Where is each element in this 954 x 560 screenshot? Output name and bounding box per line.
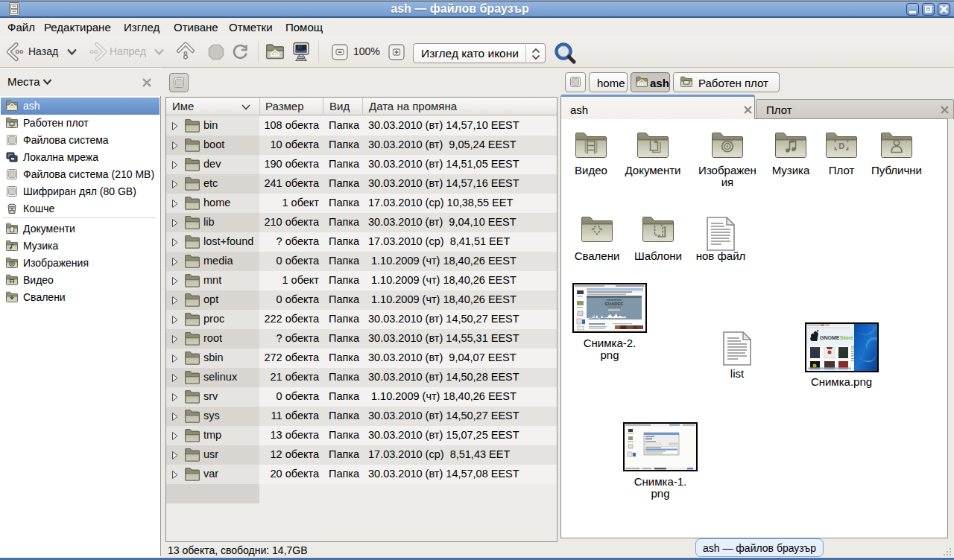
svg-text:GUADEC: GUADEC [604,302,624,306]
svg-text:Store: Store [840,335,853,340]
svg-text:D: D [838,141,844,150]
svg-text:GNOME: GNOME [820,335,840,340]
